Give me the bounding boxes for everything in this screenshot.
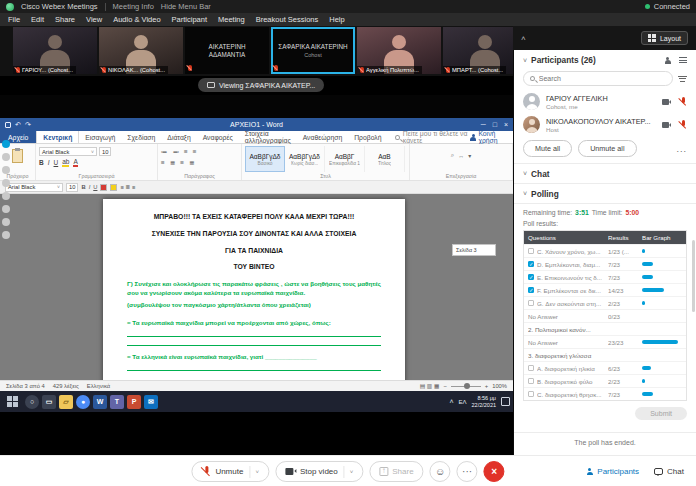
search-button[interactable]: ○ [25, 395, 39, 409]
leave-meeting-button[interactable]: × [484, 461, 505, 482]
participants-header[interactable]: ˅ Participants (26) [514, 50, 696, 70]
word-tab[interactable]: Κεντρική [36, 131, 79, 143]
italic-button[interactable]: I [48, 159, 50, 166]
video-tile[interactable]: Αγγελική Πολυπτώ... [357, 27, 441, 74]
menu-audio-video[interactable]: Audio & Video [113, 15, 160, 24]
muted-mic-icon[interactable] [679, 120, 687, 129]
menu-participant[interactable]: Participant [172, 15, 207, 24]
word-icon[interactable]: W [93, 395, 107, 409]
zoom-slider[interactable] [451, 386, 481, 387]
style-card[interactable]: ΑαΒβΓγΔδΒασικό [245, 146, 285, 172]
mini-underline-button[interactable]: U [93, 184, 97, 190]
undo-icon[interactable]: ↶ [15, 121, 21, 128]
style-card[interactable]: ΑαΒβΓΕπικεφαλίδα 1 [325, 146, 365, 172]
pointer-tool-icon[interactable] [2, 140, 10, 148]
video-tile[interactable]: ΓΑΡΙΟΥ... (Cohost... [13, 27, 97, 74]
more-tools-icon[interactable] [2, 231, 10, 239]
chevron-down-icon[interactable]: ˅ [344, 466, 354, 478]
eraser-tool-icon[interactable] [2, 192, 10, 200]
search-box[interactable] [523, 71, 673, 86]
mini-align-buttons[interactable]: ≡ ≣ ≡ [120, 184, 135, 190]
style-card[interactable]: ΑαΒβΓγΔδΧωρίς διάσ... [285, 146, 325, 172]
scrollbar-thumb[interactable] [692, 240, 695, 312]
search-input[interactable] [539, 75, 666, 82]
redo-icon[interactable]: ↷ [25, 121, 31, 128]
word-tab[interactable]: Διάταξη [161, 131, 196, 143]
mini-bold-button[interactable]: B [81, 184, 85, 190]
hide-menubar-button[interactable]: Hide Menu Bar [161, 2, 211, 11]
zoom-out-button[interactable]: − [443, 383, 446, 389]
video-tile[interactable]: ΣΑΦΑΡΙΚΑ ΑΙΚΑΤΕΡΙΝΗCohost [271, 27, 355, 74]
start-button[interactable] [7, 396, 18, 407]
tray-expand-icon[interactable]: ˄ [449, 398, 453, 405]
document-page[interactable]: ΜΠΡΑΒΟ!!! ΤΑ ΕΧΕΙΣ ΚΑΤΑΦΕΡΕΙ ΠΟΛΥ ΚΑΛΑ Μ… [103, 199, 405, 380]
chat-panel-button[interactable]: Chat [654, 467, 684, 476]
video-tile[interactable]: ΝΙΚΟΛΑΚ... (Cohost... [99, 27, 183, 74]
submit-button[interactable]: Submit [635, 407, 687, 420]
font-format-buttons[interactable]: BIUabA [39, 157, 154, 168]
menu-meeting[interactable]: Meeting [218, 15, 245, 24]
word-tab[interactable]: Εισαγωγή [79, 131, 121, 143]
mute-all-button[interactable]: Mute all [523, 140, 572, 157]
menu-share[interactable]: Share [55, 15, 75, 24]
unmute-all-button[interactable]: Unmute all [578, 140, 636, 157]
font-name-select[interactable]: Arial Black˅ [39, 147, 97, 156]
collapse-filmstrip-icon[interactable]: ˄ [521, 34, 526, 43]
more-options-button[interactable]: ··· [457, 461, 478, 482]
share-button[interactable]: Share [369, 461, 423, 482]
bold-button[interactable]: B [39, 159, 44, 166]
camera-icon[interactable] [662, 122, 671, 128]
notification-center-icon[interactable] [501, 397, 510, 406]
mini-font-name[interactable]: Arial Black˅ [5, 183, 63, 192]
editing-buttons[interactable]: ⌕↔▾ [413, 150, 509, 161]
mail-icon[interactable]: ✉ [144, 395, 158, 409]
participant-row[interactable]: ΝΙΚΟΛΑΚΟΠΟΥΛΟΥ ΑΙΚΑΤΕΡ... Host [514, 113, 696, 136]
tell-me-search[interactable]: Πείτε μου τι θέλετε να κάνετε [395, 130, 469, 144]
reactions-button[interactable]: ☺ [430, 461, 451, 482]
participants-panel-button[interactable]: Participants [586, 467, 639, 476]
align-buttons[interactable]: ≡≣≡≣ [161, 157, 238, 168]
font-size-select[interactable]: 10 [99, 147, 111, 156]
word-tab[interactable]: Σχεδίαση [121, 131, 161, 143]
font-color-button[interactable]: A [73, 158, 77, 167]
save-icon[interactable] [5, 122, 11, 128]
file-explorer-icon[interactable]: ▱ [59, 395, 73, 409]
highlight-color-chip[interactable] [110, 184, 117, 191]
list-buttons[interactable]: ≔≕≡≡ [161, 146, 238, 157]
chat-section-header[interactable]: ˅ Chat [514, 163, 696, 183]
unmute-button[interactable]: Unmute ˅ [191, 461, 269, 482]
font-color-chip[interactable] [100, 184, 107, 191]
taskbar-clock[interactable]: 8:56 μμ 22/2/2021 [472, 395, 496, 409]
highlight-button[interactable]: ab [62, 158, 69, 167]
undo-tool-icon[interactable] [2, 218, 10, 226]
menu-edit[interactable]: Edit [31, 15, 44, 24]
chevron-down-icon[interactable]: ˅ [249, 466, 259, 478]
paste-icon[interactable] [12, 149, 23, 163]
video-tile[interactable]: ΜΠΑΡΤ... (Cohost... [443, 27, 513, 74]
muted-mic-icon[interactable] [679, 97, 687, 106]
word-tab[interactable]: Αναθεώρηση [297, 131, 348, 143]
roster-menu-icon[interactable] [679, 57, 687, 63]
video-tile[interactable]: ΑΙΚΑΤΕΡΙΝΗ ΑΔΑΜΑΝΤΙΑ [185, 27, 269, 74]
powerpoint-icon[interactable]: P [127, 395, 141, 409]
pen-tool-icon[interactable] [2, 153, 10, 161]
menu-view[interactable]: View [86, 15, 102, 24]
close-icon[interactable]: × [504, 121, 508, 128]
mini-italic-button[interactable]: I [89, 184, 91, 190]
highlighter-tool-icon[interactable] [2, 166, 10, 174]
minimize-icon[interactable]: ─ [481, 121, 486, 128]
view-mode-icons[interactable]: ▤ ▥ ▦ [420, 383, 440, 389]
text-tool-icon[interactable] [2, 179, 10, 187]
word-tab[interactable]: Στοιχεία αλληλογραφίας [239, 131, 297, 143]
style-card[interactable]: ΑαΒΤίτλος [365, 146, 405, 172]
word-tab[interactable]: Αναφορές [197, 131, 239, 143]
sort-filter-icon[interactable] [678, 76, 687, 82]
browser-icon[interactable]: ● [76, 395, 90, 409]
maximize-icon[interactable]: □ [493, 121, 497, 128]
word-tab[interactable]: Προβολή [348, 131, 387, 143]
mini-font-size[interactable]: 10 [66, 183, 78, 192]
participant-row[interactable]: ΓΑΡΙΟΥ ΑΓΓΕΛΙΚΗ Cohost, me [514, 90, 696, 113]
person-plus-icon[interactable] [664, 57, 671, 64]
camera-icon[interactable] [662, 99, 671, 105]
menu-breakout-sessions[interactable]: Breakout Sessions [256, 15, 319, 24]
